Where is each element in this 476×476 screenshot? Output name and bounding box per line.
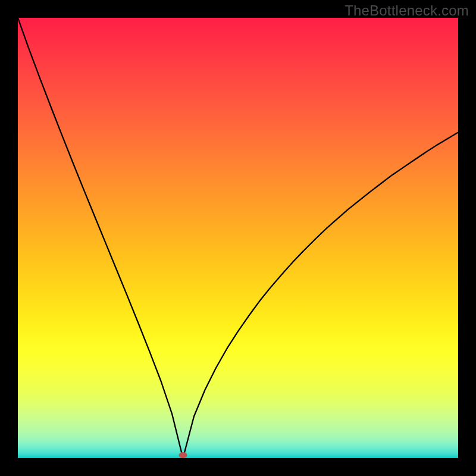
plot-area (18, 18, 458, 458)
watermark-text: TheBottleneck.com (345, 2, 469, 19)
bottleneck-chart (18, 18, 458, 458)
chart-frame: TheBottleneck.com (0, 0, 476, 476)
gradient-rect (18, 18, 458, 458)
optimal-marker (179, 452, 187, 458)
